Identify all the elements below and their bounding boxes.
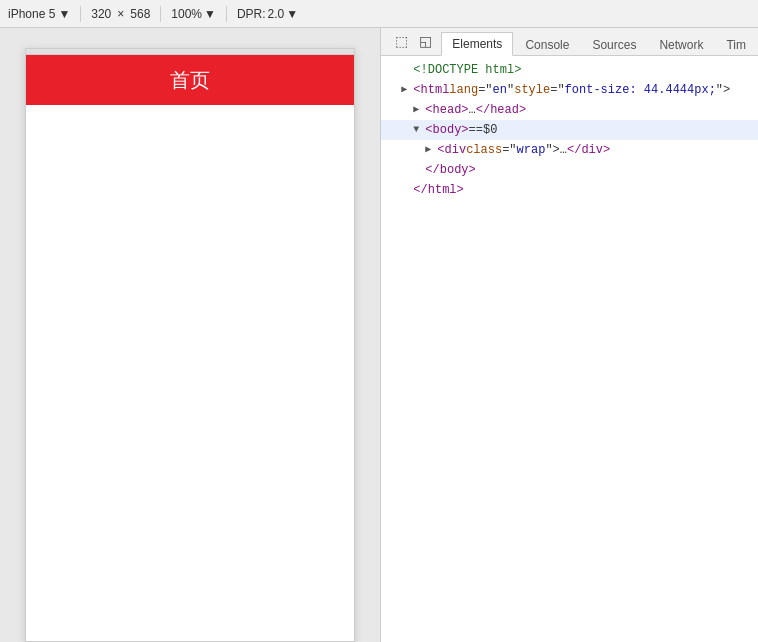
dimension-x: × — [117, 7, 124, 21]
devtools-panel: ⬚ ◱ Elements Console Sources Network Tim — [381, 28, 758, 642]
device-arrow-icon: ▼ — [58, 7, 70, 21]
device-icon[interactable]: ◱ — [415, 31, 435, 51]
wrap-div-line[interactable]: <div class="wrap">…</div> — [381, 140, 758, 160]
tab-network[interactable]: Network — [648, 33, 714, 56]
toolbar-divider-1 — [80, 6, 81, 22]
wrap-toggle[interactable] — [425, 141, 435, 159]
zoom-arrow-icon: ▼ — [204, 7, 216, 21]
zoom-select[interactable]: 100% ▼ — [171, 7, 216, 21]
device-name-label: iPhone 5 — [8, 7, 55, 21]
html-tag-line[interactable]: <html lang="en" style="font-size: 44.444… — [381, 80, 758, 100]
dpr-select[interactable]: DPR: 2.0 ▼ — [237, 7, 298, 21]
elements-panel-content: <!DOCTYPE html> <html lang="en" style="f… — [381, 56, 758, 642]
html-toggle[interactable] — [401, 81, 411, 99]
device-select[interactable]: iPhone 5 ▼ — [8, 7, 70, 21]
toolbar-divider-2 — [160, 6, 161, 22]
body-tag-line[interactable]: <body> == $0 — [381, 120, 758, 140]
device-height: 568 — [130, 7, 150, 21]
phone-content: 首页 — [26, 55, 354, 635]
main-area: 首页 ⬚ ◱ Elements Console Sources Network — [0, 28, 758, 642]
head-toggle[interactable] — [413, 101, 423, 119]
body-toggle[interactable] — [413, 121, 423, 139]
devtools-tabs: ⬚ ◱ Elements Console Sources Network Tim — [381, 28, 758, 56]
nav-home-text: 首页 — [170, 67, 210, 94]
zoom-value: 100% — [171, 7, 202, 21]
toolbar-divider-3 — [226, 6, 227, 22]
tab-elements[interactable]: Elements — [441, 32, 513, 56]
inspect-icon[interactable]: ⬚ — [391, 31, 411, 51]
devtools-icon-area: ⬚ ◱ — [385, 28, 441, 55]
device-toolbar: iPhone 5 ▼ 320 × 568 100% ▼ DPR: 2.0 ▼ — [0, 0, 758, 28]
tab-timeline[interactable]: Tim — [715, 33, 757, 56]
html-close-line: </html> — [381, 180, 758, 200]
red-nav-bar: 首页 — [26, 55, 354, 105]
tab-console[interactable]: Console — [514, 33, 580, 56]
device-preview-area: 首页 — [0, 28, 381, 642]
device-width: 320 — [91, 7, 111, 21]
head-tag-line[interactable]: <head>…</head> — [381, 100, 758, 120]
dpr-arrow-icon: ▼ — [286, 7, 298, 21]
body-close-line: </body> — [381, 160, 758, 180]
dpr-value: 2.0 — [268, 7, 285, 21]
phone-frame: 首页 — [25, 48, 355, 642]
dpr-label: DPR: — [237, 7, 266, 21]
doctype-line: <!DOCTYPE html> — [381, 60, 758, 80]
tab-sources[interactable]: Sources — [581, 33, 647, 56]
